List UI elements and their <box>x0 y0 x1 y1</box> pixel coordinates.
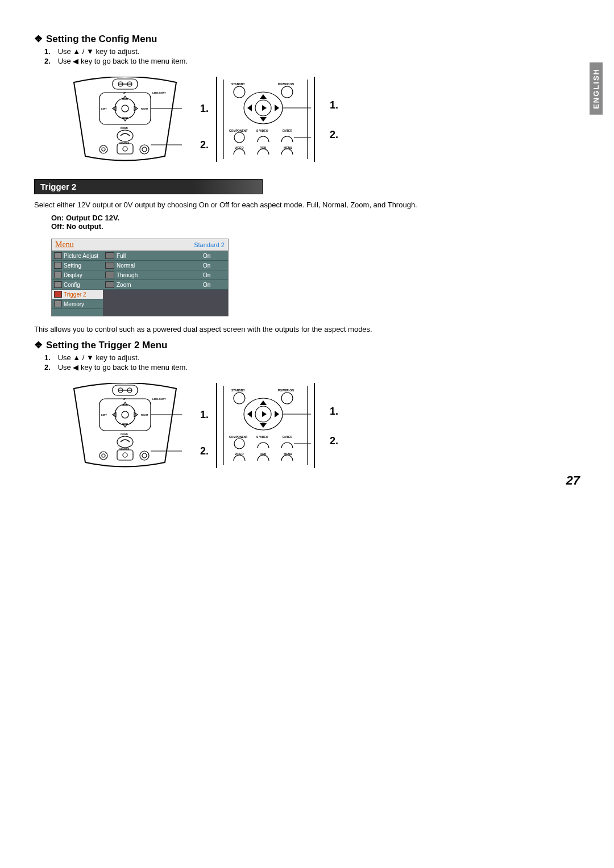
svg-text:SOURCE: SOURCE <box>119 448 129 450</box>
osd-item-trigger2: Trigger 2 <box>52 290 103 299</box>
svg-point-7 <box>117 130 133 141</box>
language-tab: ENGLISH <box>590 62 603 115</box>
svg-rect-10 <box>117 144 133 154</box>
trigger2-on: On: Output DC 12V. <box>51 214 580 222</box>
diagram-row-1: UP DOWN LEFT RIGHT LENS SHIFT SOURCE 1. … <box>68 77 580 162</box>
callout-2: 2. <box>200 139 209 151</box>
svg-point-49 <box>123 453 127 457</box>
svg-text:LENS SHIFT: LENS SHIFT <box>152 398 166 400</box>
svg-point-5 <box>115 98 135 119</box>
osd-title: Menu <box>55 240 74 249</box>
svg-point-47 <box>102 454 105 457</box>
osd-standard: Standard 2 <box>194 241 225 248</box>
svg-point-8 <box>99 145 107 153</box>
svg-text:LEFT: LEFT <box>101 414 107 416</box>
trigger2-off: Off: No output. <box>51 222 580 231</box>
label-down: DOWN <box>121 127 128 130</box>
svg-point-13 <box>142 147 147 152</box>
svg-point-20 <box>234 86 245 98</box>
svg-text:S-VIDEO: S-VIDEO <box>256 435 268 439</box>
svg-point-51 <box>140 451 149 460</box>
diamond-icon: ❖ <box>34 340 43 350</box>
osd-row-through: ThroughOn <box>103 270 228 280</box>
left-triangle-icon: ◀ <box>73 363 78 372</box>
svg-point-45 <box>117 436 133 448</box>
svg-text:COMPONENT: COMPONENT <box>229 435 248 439</box>
callout-1-remote: 1. <box>330 99 338 111</box>
remote-svg-2: STANDBY POWER ON COMPONENT S-VIDEO ENTER <box>220 386 311 465</box>
osd-right-column: FullOn NormalOn ThroughOn ZoomOn <box>103 251 228 316</box>
callout-1-remote: 1. <box>330 406 338 418</box>
svg-point-21 <box>281 86 293 98</box>
up-triangle-icon: ▲ <box>73 353 80 362</box>
remote-diagram-2: STANDBY POWER ON COMPONENT S-VIDEO ENTER <box>216 383 315 468</box>
svg-point-9 <box>102 148 105 151</box>
svg-point-38 <box>115 404 135 425</box>
svg-point-52 <box>142 453 147 458</box>
callout-2-remote: 2. <box>330 435 338 447</box>
step-1: 1. Use ▲ / ▼ key to adjust. <box>34 47 580 56</box>
label-right: RIGHT <box>141 107 148 110</box>
callout-2-remote: 2. <box>330 129 338 141</box>
step-2b: 2. Use ◀ key to go back to the menu item… <box>34 363 580 372</box>
heading-trigger2-menu: ❖Setting the Trigger 2 Menu <box>34 339 580 351</box>
osd-item-setting: Setting <box>52 261 103 270</box>
osd-left-column: Picture Adjust Setting Display Config Tr… <box>52 251 103 316</box>
label-lensshift: LENS SHIFT <box>152 91 166 94</box>
svg-point-39 <box>122 411 128 418</box>
svg-text:POWER ON: POWER ON <box>278 82 294 86</box>
osd-row-normal: NormalOn <box>103 261 228 270</box>
svg-point-12 <box>140 145 149 154</box>
heading-config-menu: ❖Setting the Config Menu <box>34 33 580 45</box>
osd-item-config: Config <box>52 280 103 290</box>
control-panel-diagram-2: UP DOWN LEFT RIGHT LENS SHIFT SOURCE 1. … <box>68 383 182 468</box>
down-triangle-icon: ▼ <box>86 47 94 56</box>
osd-row-full: FullOn <box>103 251 228 261</box>
osd-item-picture-adjust: Picture Adjust <box>52 251 103 261</box>
svg-point-46 <box>99 452 107 460</box>
osd-item-display: Display <box>52 270 103 280</box>
left-triangle-icon: ◀ <box>73 57 78 65</box>
trigger2-description: Select either 12V output or 0V output by… <box>34 200 580 210</box>
svg-point-66 <box>234 439 244 449</box>
osd-item-memory: Memory <box>52 299 103 309</box>
svg-point-27 <box>234 132 244 143</box>
control-panel-svg-2: UP DOWN LEFT RIGHT LENS SHIFT SOURCE <box>68 383 182 468</box>
svg-text:S-VIDEO: S-VIDEO <box>256 129 268 132</box>
control-panel-diagram: UP DOWN LEFT RIGHT LENS SHIFT SOURCE 1. … <box>68 77 182 162</box>
svg-text:COMPONENT: COMPONENT <box>229 129 248 132</box>
label-source: SOURCE <box>119 141 129 144</box>
section-trigger2: Trigger 2 <box>34 179 263 194</box>
remote-diagram: STANDBY POWER ON COMPONENT S-VIDEO ENTER <box>216 77 315 162</box>
step-1b: 1. Use ▲ / ▼ key to adjust. <box>34 353 580 362</box>
svg-text:STANDBY: STANDBY <box>231 82 245 86</box>
svg-text:STANDBY: STANDBY <box>231 389 245 392</box>
callout-1: 1. <box>200 103 209 115</box>
callout-1: 1. <box>200 409 209 421</box>
diagram-row-2: UP DOWN LEFT RIGHT LENS SHIFT SOURCE 1. … <box>68 383 580 468</box>
diamond-icon: ❖ <box>34 34 43 44</box>
label-left: LEFT <box>101 107 107 110</box>
callout-2: 2. <box>200 445 209 457</box>
svg-point-60 <box>281 393 293 404</box>
remote-svg: STANDBY POWER ON COMPONENT S-VIDEO ENTER <box>220 80 311 159</box>
svg-rect-48 <box>117 450 133 460</box>
svg-text:DOWN: DOWN <box>121 433 128 436</box>
svg-text:ENTER: ENTER <box>283 129 292 132</box>
svg-point-11 <box>123 147 127 151</box>
down-triangle-icon: ▼ <box>86 353 94 362</box>
svg-text:ENTER: ENTER <box>283 435 292 439</box>
svg-point-6 <box>122 105 128 112</box>
control-panel-svg: UP DOWN LEFT RIGHT LENS SHIFT SOURCE <box>68 77 182 162</box>
svg-point-59 <box>234 393 245 404</box>
osd-row-zoom: ZoomOn <box>103 280 228 290</box>
svg-text:RIGHT: RIGHT <box>141 414 148 416</box>
step-2: 2. Use ◀ key to go back to the menu item… <box>34 57 580 65</box>
label-up: UP <box>123 91 126 94</box>
svg-text:POWER ON: POWER ON <box>278 389 294 392</box>
svg-text:UP: UP <box>123 398 126 400</box>
page-number: 27 <box>566 473 580 488</box>
up-triangle-icon: ▲ <box>73 47 80 56</box>
osd-menu: Menu Standard 2 Picture Adjust Setting D… <box>51 239 229 316</box>
trigger2-note: This allows you to control such as a pow… <box>34 324 580 335</box>
